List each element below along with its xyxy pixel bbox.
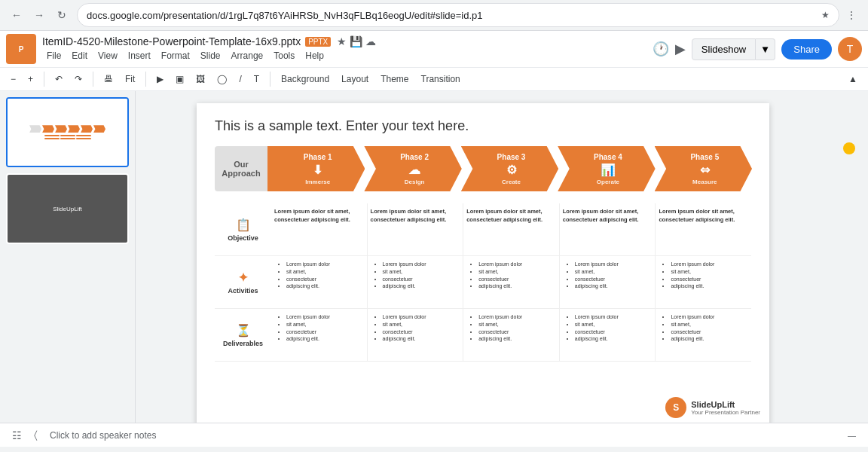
activities-icon: ✦ (238, 270, 248, 285)
deliverables-icon: ⏳ (236, 323, 251, 337)
reload-button[interactable]: ↻ (51, 5, 72, 26)
zoom-in-btn[interactable]: + (23, 71, 38, 87)
yellow-dot[interactable] (843, 142, 855, 154)
menu-slide[interactable]: Slide (196, 49, 225, 63)
phase-2-icon: ☁ (408, 163, 420, 177)
redo-btn[interactable]: ↷ (70, 71, 87, 87)
sul-text-block: SlideUpLift Your Presentation Partner (691, 400, 760, 416)
image-btn[interactable]: 🖼 (191, 71, 209, 87)
sep2 (93, 72, 93, 87)
phases-row: Phase 1 ⬇ Immerse Phase 2 ☁ Design Phase… (267, 146, 751, 191)
print-btn[interactable]: 🖶 (99, 71, 118, 87)
sul-logo-icon: S (665, 397, 686, 418)
phase-1-label: Phase 1 (304, 153, 332, 161)
docs-title-area: ItemID-4520-Milestone-Powerpoint-Templat… (42, 35, 646, 63)
obj-cell-4: Lorem ipsum dolor sit amet, consectetuer… (560, 203, 656, 255)
sep4 (270, 72, 270, 87)
bottom-bar: ☷ 〈 Click to add speaker notes — (0, 423, 868, 447)
back-button[interactable]: ← (6, 5, 27, 26)
slide-1-container: 1 (6, 97, 129, 167)
slide-1-thumbnail[interactable] (6, 97, 129, 167)
menu-insert[interactable]: Insert (124, 49, 155, 63)
obj-cell-5: Lorem ipsum dolor sit amet, consectetuer… (656, 203, 751, 255)
menu-edit[interactable]: Edit (67, 49, 92, 63)
slide-panel: 1 (0, 91, 136, 423)
menu-bar: File Edit View Insert Format Slide Arran… (42, 49, 646, 63)
text-btn[interactable]: T (249, 71, 264, 87)
table-content: Lorem ipsum dolor sit amet, consectetuer… (271, 203, 751, 362)
slide-title: This is a sample text. Enter your text h… (215, 118, 751, 134)
slideshow-dropdown[interactable]: ▼ (756, 38, 775, 60)
del-cell-3: Lorem ipsum dolorsit amet,consectetuerad… (463, 309, 560, 361)
sul-tagline: Your Presentation Partner (691, 409, 760, 416)
phase-2-label: Phase 2 (400, 153, 429, 161)
our-approach-box: OurApproach (215, 146, 267, 191)
del-cell-2: Lorem ipsum dolorsit amet,consectetuerad… (368, 309, 464, 361)
menu-format[interactable]: Format (157, 49, 194, 63)
act-cell-4: Lorem ipsum dolorsit amet,consectetuerad… (560, 256, 656, 308)
slideshow-control: Slideshow ▼ (692, 38, 775, 60)
forward-button[interactable]: → (29, 5, 50, 26)
slideshow-button[interactable]: Slideshow (692, 38, 756, 60)
phase-4-icon: 📊 (601, 163, 616, 177)
cursor-btn[interactable]: ▶ (152, 71, 168, 87)
objective-icon: 📋 (236, 218, 251, 232)
filename: ItemID-4520-Milestone-Powerpoint-Templat… (42, 35, 301, 47)
docs-right-actions: 🕐 ▶ Slideshow ▼ Share T (653, 37, 862, 61)
slide-canvas-area[interactable]: This is a sample text. Enter your text h… (136, 91, 830, 423)
phase-1-icon: ⬇ (313, 163, 322, 177)
layout-btn[interactable]: Layout (337, 71, 373, 87)
browser-nav: ← → ↻ docs.google.com/presentation/d/1rg… (0, 0, 868, 30)
objective-label: Objective (228, 234, 258, 242)
objective-row-data: Lorem ipsum dolor sit amet, consectetuer… (271, 203, 751, 256)
activities-row-header: ✦ Activities (215, 256, 271, 309)
phase-4-label: Phase 4 (594, 153, 622, 161)
select-btn[interactable]: ▣ (171, 71, 188, 87)
main-layout: 1 (0, 91, 868, 423)
phase-3-label: Phase 3 (497, 153, 526, 161)
phase-3-sublabel: Create (502, 179, 521, 185)
deliverables-row-data: Lorem ipsum dolorsit amet,consectetuerad… (271, 309, 751, 362)
slide-2-thumbnail[interactable]: SlideUpLift (6, 173, 129, 243)
transition-btn[interactable]: Transition (417, 71, 465, 87)
phase-5-icon: ⇔ (700, 163, 710, 177)
undo-btn[interactable]: ↶ (50, 71, 67, 87)
line-btn[interactable]: / (234, 71, 246, 87)
more-button[interactable]: ⋮ (841, 5, 862, 26)
present-icon[interactable]: ▶ (675, 41, 686, 57)
shape-btn[interactable]: ◯ (212, 71, 231, 87)
menu-arrange[interactable]: Arrange (227, 49, 268, 63)
avatar[interactable]: T (838, 37, 862, 61)
grid-icon[interactable]: ☷ (12, 429, 22, 441)
our-approach-label: OurApproach (222, 160, 260, 178)
phase-5: Phase 5 ⇔ Measure (655, 146, 752, 191)
phase-2-sublabel: Design (405, 179, 425, 185)
phase-4-sublabel: Operate (597, 179, 619, 185)
del-cell-4: Lorem ipsum dolorsit amet,consectetuerad… (560, 309, 656, 361)
zoom-out-btn[interactable]: − (6, 71, 20, 87)
speaker-notes-label[interactable]: Click to add speaker notes (50, 430, 156, 441)
format-toolbar: − + ↶ ↷ 🖶 Fit ▶ ▣ 🖼 ◯ / T Background Lay… (0, 67, 868, 91)
menu-help[interactable]: Help (301, 49, 329, 63)
background-btn[interactable]: Background (277, 71, 334, 87)
scroll-indicator: — (848, 431, 856, 440)
zoom-fit-btn[interactable]: Fit (121, 71, 139, 87)
del-cell-5: Lorem ipsum dolorsit amet,consectetuerad… (656, 309, 751, 361)
del-cell-1: Lorem ipsum dolorsit amet,consectetuerad… (271, 309, 368, 361)
sul-name: SlideUpLift (691, 400, 760, 409)
phase-1-sublabel: Immerse (305, 179, 330, 185)
theme-btn[interactable]: Theme (376, 71, 413, 87)
collapse-btn[interactable]: ▲ (844, 71, 862, 87)
panel-toggle[interactable]: 〈 (34, 429, 38, 441)
address-bar[interactable]: docs.google.com/presentation/d/1rgL7q87t… (77, 3, 839, 27)
slide-2-label: SlideUpLift (53, 206, 82, 212)
phase-5-label: Phase 5 (690, 153, 719, 161)
menu-file[interactable]: File (42, 49, 66, 63)
obj-cell-3: Lorem ipsum dolor sit amet, consectetuer… (463, 203, 560, 255)
share-button[interactable]: Share (781, 39, 832, 60)
history-icon[interactable]: 🕐 (653, 41, 669, 57)
menu-view[interactable]: View (93, 49, 122, 63)
sep1 (44, 72, 44, 87)
menu-tools[interactable]: Tools (269, 49, 299, 63)
phase-4: Phase 4 📊 Operate (558, 146, 655, 191)
